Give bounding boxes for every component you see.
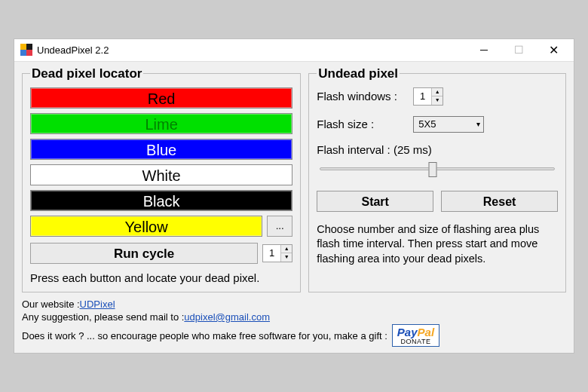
run-cycle-button[interactable]: Run cycle: [30, 243, 258, 264]
run-count-value: 1: [263, 245, 280, 262]
spinner-down-icon[interactable]: ▼: [281, 253, 292, 262]
flash-windows-spinner[interactable]: 1 ▲ ▼: [413, 87, 443, 106]
flash-size-select[interactable]: 5X5 ▾: [413, 116, 484, 133]
color-button-blue[interactable]: Blue: [30, 139, 292, 160]
mail-link[interactable]: udpixel@gmail.com: [184, 311, 270, 323]
flash-size-value: 5X5: [418, 118, 436, 130]
slider-track: [320, 167, 555, 170]
more-colors-button[interactable]: ...: [267, 216, 292, 237]
window-title: UndeadPixel 2.2: [37, 44, 109, 56]
footer: Our website : UDPixel Any suggestion, pl…: [22, 299, 566, 347]
app-icon: [20, 44, 32, 56]
flash-windows-value: 1: [414, 88, 431, 105]
color-button-black[interactable]: Black: [30, 190, 292, 211]
undead-legend: Undead pixel: [317, 66, 400, 81]
flash-interval-slider[interactable]: [320, 161, 555, 179]
reset-button[interactable]: Reset: [441, 191, 558, 212]
start-button[interactable]: Start: [317, 191, 433, 212]
spinner-up-icon[interactable]: ▲: [432, 88, 443, 97]
maximize-button[interactable]: ☐: [501, 38, 536, 61]
color-button-yellow[interactable]: Yellow: [30, 216, 262, 237]
minimize-button[interactable]: ─: [467, 38, 501, 61]
close-button[interactable]: ✕: [536, 38, 571, 61]
paypal-logo-text: PayPal: [397, 326, 434, 338]
run-count-spinner[interactable]: 1 ▲ ▼: [262, 244, 292, 262]
window-body: Dead pixel locator Red Lime Blue White B…: [14, 62, 574, 353]
flash-interval-label: Flash interval : (25 ms): [317, 143, 558, 156]
website-link[interactable]: UDPixel: [80, 299, 115, 310]
spinner-up-icon[interactable]: ▲: [281, 245, 292, 254]
donate-label: Does it work ? ... so encourage people w…: [22, 330, 387, 341]
app-window: UndeadPixel 2.2 ─ ☐ ✕ Dead pixel locator…: [14, 38, 574, 354]
flash-size-label: Flash size :: [317, 118, 407, 130]
mail-label: Any suggestion, please send mail to :: [22, 311, 184, 323]
paypal-donate-text: DONATE: [397, 338, 434, 345]
dead-pixel-locator-group: Dead pixel locator Red Lime Blue White B…: [22, 66, 301, 292]
locator-hint: Press each button and locate your dead p…: [30, 271, 292, 284]
undead-description: Choose number and size of flashing area …: [317, 222, 558, 267]
color-button-red[interactable]: Red: [30, 87, 292, 109]
titlebar: UndeadPixel 2.2 ─ ☐ ✕: [14, 39, 574, 62]
color-button-white[interactable]: White: [30, 164, 292, 185]
color-button-lime[interactable]: Lime: [30, 113, 292, 134]
locator-legend: Dead pixel locator: [30, 66, 143, 81]
paypal-donate-button[interactable]: PayPal DONATE: [392, 324, 439, 347]
spinner-down-icon[interactable]: ▼: [432, 96, 443, 105]
chevron-down-icon: ▾: [476, 120, 480, 128]
website-label: Our website :: [22, 299, 80, 310]
slider-thumb[interactable]: [428, 162, 436, 177]
undead-pixel-group: Undead pixel Flash windows : 1 ▲ ▼ Flash…: [308, 66, 566, 292]
flash-windows-label: Flash windows :: [317, 90, 407, 103]
